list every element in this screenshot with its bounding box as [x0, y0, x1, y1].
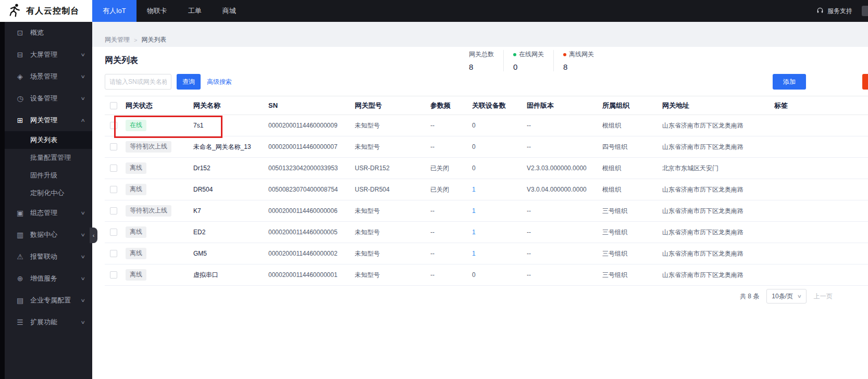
query-button[interactable]: 查询 [177, 74, 201, 90]
status-badge: 在线 [126, 120, 146, 131]
breadcrumb-item[interactable]: 网关列表 [141, 35, 166, 44]
chevron-down-icon: ∨ [81, 232, 86, 237]
column-header-网关型号: 网关型号 [355, 96, 430, 115]
bigscreen-icon: ⊟ [16, 50, 24, 59]
row-checkbox[interactable] [110, 165, 117, 172]
status-badge: 等待初次上线 [126, 141, 171, 152]
support-link[interactable]: 服务支持 [827, 7, 852, 16]
alarm-bell-icon: ⚠ [16, 252, 24, 261]
stat-label: 在线网关 [513, 50, 544, 59]
sidebar-subitem-网关列表[interactable]: 网关列表 [0, 131, 92, 149]
gateway-param: -- [430, 243, 472, 264]
extensions-icon: ☰ [16, 318, 24, 326]
sidebar-item-报警联动[interactable]: ⚠报警联动∨ [0, 246, 92, 268]
gateway-model: 未知型号 [355, 200, 430, 222]
page-size-select[interactable]: 10条/页 ∨ [766, 289, 806, 304]
status-badge: 离线 [126, 184, 146, 195]
sidebar-item-扩展功能[interactable]: ☰扩展功能∨ [0, 311, 92, 333]
row-checkbox[interactable] [110, 250, 117, 257]
sidebar-item-设备管理[interactable]: ◷设备管理∨ [0, 87, 92, 109]
breadcrumb: 网关管理>网关列表 [105, 35, 166, 44]
table-body: 在线7s100002000114460000009未知型号--0--根组织山东省… [105, 115, 868, 286]
gateway-address: 山东省济南市历下区龙奥南路 [662, 264, 774, 286]
firmware-version: -- [527, 243, 602, 264]
topbar-tab-物联卡[interactable]: 物联卡 [137, 0, 178, 22]
stat-label: 网关总数 [469, 50, 494, 59]
table-row: 离线DR50400500823070400008754USR-DR504已关闭1… [105, 179, 868, 200]
device-count-link[interactable]: 1 [472, 207, 476, 214]
topbar-tab-工单[interactable]: 工单 [178, 0, 212, 22]
firmware-version: V2.3.03.000000.0000 [527, 158, 602, 179]
search-input[interactable] [105, 74, 171, 90]
gateway-tag [774, 264, 868, 286]
gateway-name[interactable]: DR504 [193, 179, 268, 200]
gateway-name[interactable]: Dr152 [193, 158, 268, 179]
row-checkbox[interactable] [110, 143, 117, 150]
status-badge: 离线 [126, 226, 146, 237]
main-content: 网关管理>网关列表 网关列表 网关总数8在线网关0离线网关8 查询 高级搜索 添… [92, 22, 868, 379]
logo[interactable]: 有人云控制台 [0, 0, 92, 22]
danger-button[interactable] [862, 74, 868, 90]
advanced-search-link[interactable]: 高级搜索 [207, 78, 232, 86]
sidebar: ⊡概览⊟大屏管理∨◈场景管理∨◷设备管理∨⊞网关管理∧网关列表批量配置管理固件升… [0, 22, 92, 379]
gateway-name[interactable]: GM5 [193, 243, 268, 264]
sidebar-item-概览[interactable]: ⊡概览 [0, 22, 92, 44]
sidebar-item-网关管理[interactable]: ⊞网关管理∧ [0, 109, 92, 131]
sidebar-collapse-handle[interactable]: ‹ [90, 228, 97, 243]
breadcrumb-item[interactable]: 网关管理 [105, 35, 130, 44]
gateway-name[interactable]: K7 [193, 200, 268, 222]
stat-value: 8 [469, 62, 494, 71]
sidebar-item-大屏管理[interactable]: ⊟大屏管理∨ [0, 44, 92, 66]
stat-label-text: 网关总数 [469, 50, 494, 59]
gateway-model: USR-DR152 [355, 158, 430, 179]
row-checkbox[interactable] [110, 207, 117, 214]
gateway-address: 山东省济南市历下区龙奥南路 [662, 179, 774, 200]
device-count-link[interactable]: 1 [472, 250, 476, 257]
avatar[interactable] [862, 6, 868, 16]
sidebar-subitem-批量配置管理[interactable]: 批量配置管理 [0, 149, 92, 167]
select-all-checkbox[interactable] [110, 102, 117, 109]
sidebar-item-企业专属配置[interactable]: ▤企业专属配置∨ [0, 289, 92, 311]
sidebar-item-label: 数据中心 [30, 230, 57, 239]
chevron-down-icon: ∨ [81, 96, 86, 101]
organization: 根组织 [602, 179, 662, 200]
chevron-down-icon: ∨ [797, 294, 802, 299]
gateway-name[interactable]: 7s1 [193, 115, 268, 136]
gateway-name[interactable]: ED2 [193, 222, 268, 243]
headset-icon [816, 7, 824, 16]
table-row: 离线ED200002000114460000005未知型号--1--三号组织山东… [105, 222, 868, 243]
sidebar-subitem-固件升级[interactable]: 固件升级 [0, 167, 92, 184]
column-header-网关名称: 网关名称 [193, 96, 268, 115]
sidebar-item-增值服务[interactable]: ⊕增值服务∨ [0, 268, 92, 289]
prev-page-button[interactable]: 上一页 [814, 292, 833, 301]
status-badge: 离线 [126, 162, 146, 173]
gateway-sn: 00002000114460000009 [268, 115, 355, 136]
stat-离线网关: 离线网关8 [553, 50, 603, 71]
firmware-version: -- [527, 200, 602, 222]
sidebar-item-数据中心[interactable]: ▥数据中心∨ [0, 224, 92, 246]
sidebar-subitem-定制化中心[interactable]: 定制化中心 [0, 184, 92, 202]
row-checkbox[interactable] [110, 271, 117, 279]
row-checkbox[interactable] [110, 122, 117, 129]
gateway-address: 北京市东城区天安门 [662, 158, 774, 179]
gateway-sn: 00002000114460000001 [268, 264, 355, 286]
row-checkbox[interactable] [110, 229, 117, 236]
add-button[interactable]: 添加 [773, 74, 806, 90]
pagination: 共 8 条 10条/页 ∨ 上一页 [740, 289, 833, 304]
sidebar-item-label: 组态管理 [30, 208, 57, 218]
topbar-tab-有人IoT[interactable]: 有人IoT [92, 0, 137, 22]
sidebar-item-场景管理[interactable]: ◈场景管理∨ [0, 66, 92, 87]
topbar-tab-商城[interactable]: 商城 [212, 0, 246, 22]
gateway-name[interactable]: 未命名_网关名称_13 [193, 136, 268, 158]
chevron-down-icon: ∨ [81, 298, 86, 303]
sidebar-item-label: 网关管理 [30, 116, 57, 125]
sidebar-item-组态管理[interactable]: ▣组态管理∨ [0, 202, 92, 224]
sidebar-menu: ⊡概览⊟大屏管理∨◈场景管理∨◷设备管理∨⊞网关管理∧网关列表批量配置管理固件升… [0, 22, 92, 333]
gateway-name[interactable]: 虚拟串口 [193, 264, 268, 286]
device-count-link[interactable]: 1 [472, 229, 476, 236]
row-checkbox[interactable] [110, 186, 117, 193]
chevron-down-icon: ∨ [81, 276, 86, 281]
gateway-tag [774, 222, 868, 243]
device-count-link[interactable]: 1 [472, 186, 476, 193]
gateway-address: 山东省济南市历下区龙奥南路 [662, 222, 774, 243]
